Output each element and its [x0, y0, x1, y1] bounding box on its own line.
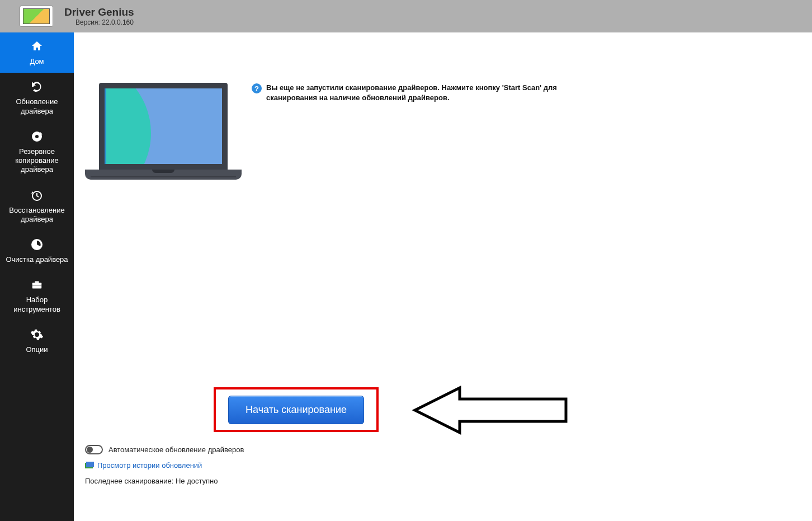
view-update-history-link[interactable]: Просмотр истории обновлений — [97, 461, 202, 470]
app-version: Версия: 22.0.0.160 — [64, 18, 134, 26]
restore-icon — [29, 188, 45, 203]
sidebar-item-label: Резервное копирование драйвера — [15, 147, 59, 175]
svg-point-1 — [35, 135, 39, 138]
sidebar-item-label: Дом — [30, 57, 44, 66]
svg-rect-4 — [35, 281, 39, 283]
app-title: Driver Genius — [64, 6, 134, 18]
sidebar-item-cleanup[interactable]: Очистка драйвера — [0, 231, 74, 271]
toolbox-icon — [29, 278, 45, 292]
disc-icon — [29, 129, 45, 144]
sidebar-item-label: Обновление драйвера — [16, 97, 58, 116]
sidebar-item-backup[interactable]: Резервное копирование драйвера — [0, 123, 74, 181]
laptop-illustration — [85, 83, 242, 189]
sidebar-item-restore[interactable]: Восстановление драйвера — [0, 181, 74, 231]
sidebar-item-label: Очистка драйвера — [6, 255, 68, 264]
question-icon: ? — [252, 83, 262, 93]
sidebar-item-toolbox[interactable]: Набор инструментов — [0, 271, 74, 321]
app-logo — [20, 6, 53, 27]
svg-marker-6 — [415, 388, 566, 433]
sidebar-item-options[interactable]: Опции — [0, 321, 74, 361]
sidebar-item-label: Опции — [26, 345, 48, 354]
home-icon — [29, 39, 45, 54]
start-scan-button[interactable]: Начать сканирование — [228, 396, 364, 424]
sidebar: Дом Обновление драйвера Резервное копиро… — [0, 32, 74, 521]
sidebar-item-label: Восстановление драйвера — [9, 206, 64, 224]
highlight-arrow-icon — [409, 382, 577, 438]
info-text: Вы еще не запустили сканирование драйвер… — [266, 83, 610, 102]
sidebar-item-update[interactable]: Обновление драйвера — [0, 73, 74, 123]
sidebar-item-label: Набор инструментов — [13, 295, 60, 314]
refresh-icon — [29, 79, 45, 94]
svg-rect-3 — [32, 283, 42, 289]
history-icon — [85, 462, 94, 470]
auto-update-label: Автоматическое обновление драйверов — [108, 445, 244, 454]
clean-icon — [29, 237, 45, 252]
sidebar-item-home[interactable]: Дом — [0, 32, 74, 73]
auto-update-toggle[interactable] — [85, 445, 103, 454]
app-header: Driver Genius Версия: 22.0.0.160 — [0, 0, 812, 32]
main-content: ? Вы еще не запустили сканирование драйв… — [74, 32, 812, 521]
last-scan-label: Последнее сканирование: Не доступно — [85, 477, 218, 485]
app-logo-inner — [23, 8, 50, 24]
svg-rect-5 — [32, 285, 42, 285]
svg-rect-8 — [86, 462, 94, 467]
info-message: ? Вы еще не запустили сканирование драйв… — [252, 83, 610, 102]
highlight-box: Начать сканирование — [214, 387, 379, 432]
gear-icon — [29, 327, 45, 342]
